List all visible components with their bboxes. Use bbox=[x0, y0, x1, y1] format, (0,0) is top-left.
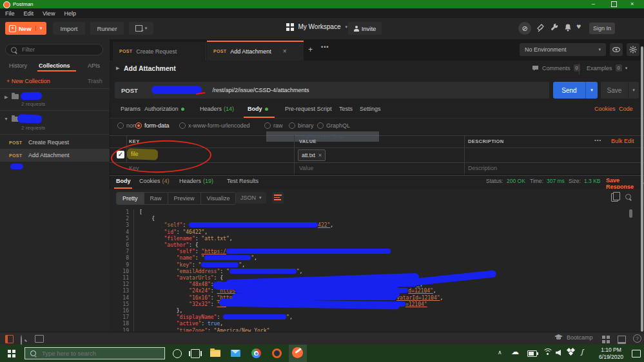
format-select[interactable]: JSON ▾ bbox=[236, 192, 266, 204]
tab-authorization[interactable]: Authorization bbox=[144, 106, 184, 112]
tab-prerequest[interactable]: Pre-request Script bbox=[285, 106, 332, 112]
radio-form-data[interactable]: form-data bbox=[135, 122, 170, 129]
close-tab-icon[interactable]: × bbox=[283, 48, 287, 55]
radio-graphql[interactable]: GraphQL bbox=[317, 122, 350, 129]
environment-preview-button[interactable] bbox=[610, 43, 623, 56]
tray-chevron-icon[interactable]: ∧ bbox=[498, 349, 502, 356]
response-tab-test-results[interactable]: Test Results bbox=[227, 178, 259, 184]
tab-history[interactable]: History bbox=[9, 62, 27, 69]
wrap-text-icon[interactable] bbox=[272, 192, 284, 204]
tab-headers[interactable]: Headers(14) bbox=[200, 106, 234, 112]
two-pane-icon[interactable] bbox=[602, 336, 610, 343]
tab-create-request[interactable]: POST Create Request bbox=[113, 42, 206, 61]
save-button[interactable]: Save ▾ bbox=[601, 82, 639, 99]
remove-file-icon[interactable]: × bbox=[318, 152, 322, 158]
chrome-icon[interactable] bbox=[251, 348, 261, 358]
mail-icon[interactable] bbox=[231, 350, 240, 357]
url-field[interactable]: POST ▾ /rest/api/2/issue/CSSD-4/attachme… bbox=[115, 82, 549, 99]
menu-file[interactable]: File bbox=[5, 10, 15, 17]
clock[interactable]: 1:10 PM 6/19/2020 bbox=[594, 347, 628, 360]
start-button[interactable] bbox=[8, 350, 15, 357]
menu-view[interactable]: View bbox=[43, 10, 55, 17]
minimize-button[interactable]: – bbox=[592, 1, 595, 7]
wifi-icon[interactable] bbox=[543, 348, 552, 356]
filter-input[interactable] bbox=[21, 46, 88, 53]
heart-icon[interactable]: ♥ bbox=[576, 22, 581, 31]
runner-button[interactable]: Runner bbox=[90, 22, 124, 35]
bulk-edit-button[interactable]: Bulk Edit bbox=[611, 138, 634, 144]
send-button[interactable]: Send ▾ bbox=[553, 82, 598, 99]
cookies-link[interactable]: Cookies bbox=[594, 106, 616, 112]
onedrive-cloud-icon[interactable]: ☁ bbox=[511, 347, 519, 356]
table-options-icon[interactable]: ••• bbox=[594, 137, 601, 143]
search-response-icon[interactable] bbox=[625, 194, 631, 200]
menu-help[interactable]: Help bbox=[64, 10, 76, 17]
wrench-icon[interactable] bbox=[551, 23, 560, 32]
close-button[interactable]: × bbox=[630, 1, 634, 7]
tab-options-button[interactable]: ••• bbox=[321, 44, 329, 50]
trash-button[interactable]: Trash bbox=[88, 78, 102, 84]
value-placeholder[interactable]: Value bbox=[299, 165, 313, 171]
send-caret[interactable]: ▾ bbox=[585, 82, 598, 99]
shortcuts-icon[interactable] bbox=[618, 336, 626, 344]
response-tab-body[interactable]: Body bbox=[116, 178, 131, 184]
new-tab-button[interactable]: + bbox=[308, 45, 313, 54]
radio-raw[interactable]: raw bbox=[264, 122, 283, 129]
view-raw[interactable]: Raw bbox=[144, 193, 168, 204]
save-response-button[interactable]: Save Response ▾ bbox=[606, 177, 644, 190]
task-view-icon[interactable] bbox=[191, 349, 200, 358]
browser-ring-icon[interactable] bbox=[272, 348, 282, 358]
import-button[interactable]: Import bbox=[53, 22, 85, 35]
comments-button[interactable]: Comments 0 bbox=[532, 64, 580, 71]
help-icon[interactable]: ? bbox=[633, 334, 641, 343]
action-center-icon[interactable] bbox=[632, 350, 641, 357]
chevron-right-icon[interactable]: ▶ bbox=[5, 95, 8, 100]
tab-collections[interactable]: Collections bbox=[39, 62, 70, 69]
menu-edit[interactable]: Edit bbox=[24, 10, 34, 17]
expand-caret-icon[interactable]: ▶ bbox=[116, 66, 119, 71]
new-dropdown-caret[interactable]: ▾ bbox=[35, 26, 46, 31]
radio-binary[interactable]: binary bbox=[289, 122, 314, 129]
tab-add-attachment[interactable]: POST Add Attachment × bbox=[207, 41, 304, 61]
satellite-icon[interactable] bbox=[536, 23, 545, 32]
save-caret[interactable]: ▾ bbox=[628, 82, 639, 99]
view-visualize[interactable]: Visualize bbox=[200, 193, 236, 204]
view-pretty[interactable]: Pretty bbox=[117, 193, 144, 204]
response-tab-headers[interactable]: Headers(19) bbox=[179, 178, 213, 184]
tab-body[interactable]: Body bbox=[248, 106, 268, 112]
filter-box[interactable] bbox=[5, 44, 103, 55]
file-explorer-icon[interactable] bbox=[210, 350, 220, 357]
maximize-button[interactable] bbox=[611, 1, 617, 7]
code-scrollbar-thumb[interactable] bbox=[629, 209, 632, 218]
open-new-button[interactable]: + ▾ bbox=[129, 22, 153, 35]
tab-tests[interactable]: Tests bbox=[339, 106, 353, 112]
volume-icon[interactable] bbox=[556, 350, 561, 356]
settings-button[interactable] bbox=[627, 43, 639, 56]
sidebar-request-attachment[interactable]: POST Add Attachment bbox=[0, 149, 110, 162]
tab-params[interactable]: Params bbox=[121, 106, 141, 112]
environment-select[interactable]: No Environment ▾ bbox=[520, 43, 606, 56]
file-chip[interactable]: att.txt × bbox=[298, 149, 326, 161]
taskbar-search-input[interactable] bbox=[41, 349, 146, 357]
cortana-icon[interactable] bbox=[173, 349, 182, 358]
description-placeholder[interactable]: Description bbox=[468, 165, 497, 171]
code-link[interactable]: Code bbox=[619, 106, 633, 112]
radio-urlencoded[interactable]: x-www-form-urlencoded bbox=[179, 122, 250, 129]
view-preview[interactable]: Preview bbox=[168, 193, 200, 204]
signin-button[interactable]: Sign In bbox=[589, 23, 615, 34]
new-button[interactable]: + New ▾ bbox=[5, 22, 46, 35]
examples-button[interactable]: Examples 0 ▾ bbox=[587, 64, 627, 71]
tab-settings[interactable]: Settings bbox=[360, 106, 381, 112]
taskbar-search-box[interactable] bbox=[24, 347, 165, 359]
console-icon[interactable] bbox=[35, 335, 44, 343]
workspace-switcher[interactable]: My Workspace ▾ bbox=[286, 23, 347, 31]
postman-taskbar-button[interactable] bbox=[289, 345, 307, 362]
sync-disabled-icon[interactable]: ⊘ bbox=[518, 22, 531, 35]
tab-apis[interactable]: APIs bbox=[88, 62, 100, 69]
pen-clip-icon[interactable]: ∫ bbox=[581, 348, 584, 356]
app-scrollbar[interactable] bbox=[641, 46, 643, 332]
method-select[interactable]: POST bbox=[121, 87, 138, 94]
sidebar-toggle-icon[interactable] bbox=[5, 335, 14, 343]
collection-item-2[interactable]: ▼ 2 requests bbox=[0, 111, 110, 135]
sidebar-request-create[interactable]: POST Create Request bbox=[0, 136, 110, 149]
